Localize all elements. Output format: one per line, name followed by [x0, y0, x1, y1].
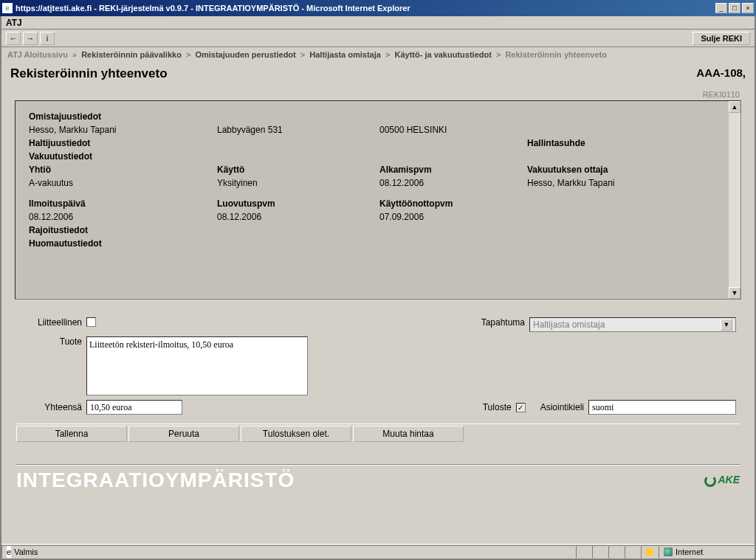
- policyholder-label: Vakuutuksen ottaja: [527, 165, 690, 175]
- handoverdate-value: 08.12.2006: [217, 212, 379, 222]
- usage-value: Yksityinen: [217, 178, 379, 188]
- breadcrumb-item[interactable]: Haltijasta omistaja: [309, 50, 381, 59]
- minimize-button[interactable]: _: [715, 3, 727, 13]
- handoverdate-label: Luovutuspvm: [217, 198, 379, 209]
- window-titlebar: e https://atjtesti.ake.fi - REKI-järjest…: [0, 0, 756, 16]
- environment-watermark: INTEGRAATIOYMPÄRISTÖ: [16, 469, 704, 492]
- page-title: Rekisteröinnin yhteenveto: [10, 66, 696, 81]
- remarks-header: Huomautustiedot: [29, 238, 727, 249]
- company-value: A-vakuutus: [29, 178, 217, 188]
- status-empty: [608, 545, 625, 559]
- scroll-up-button[interactable]: ▲: [729, 101, 740, 113]
- control-relation-header: Hallintasuhde: [527, 138, 690, 148]
- total-label: Yhteensä: [20, 402, 86, 412]
- status-empty: [592, 545, 608, 559]
- summary-panel: ▲ ▼ Omistajuustiedot Hesso, Markku Tapan…: [15, 100, 741, 300]
- breadcrumb-item[interactable]: Omistajuuden perustiedot: [195, 50, 295, 59]
- registration-plate: AAA-108,: [696, 66, 746, 81]
- breadcrumb: ATJ Aloitussivu » Rekisteröinnin päävali…: [1, 47, 755, 62]
- policyholder-value: Hesso, Markku Tapani: [527, 178, 690, 188]
- total-field[interactable]: 10,50 euroa: [86, 400, 182, 415]
- divider: [16, 464, 740, 466]
- printout-checkbox[interactable]: ✓: [516, 403, 526, 412]
- toolbar: ← → i Sulje REKI: [1, 30, 755, 47]
- status-empty: [576, 545, 592, 559]
- event-label: Tapahtuma: [481, 317, 529, 328]
- atj-menu[interactable]: ATJ: [1, 16, 755, 30]
- restrictions-header: Rajoitustiedot: [29, 225, 727, 235]
- breadcrumb-item[interactable]: Käyttö- ja vakuutustiedot: [394, 50, 491, 59]
- window-title: https://atjtesti.ake.fi - REKI-järjestel…: [16, 4, 714, 13]
- event-dropdown[interactable]: Haltijasta omistaja ▼: [529, 317, 736, 332]
- product-textarea[interactable]: Liitteetön rekisteri-ilmoitus, 10,50 eur…: [86, 336, 308, 395]
- company-label: Yhtiö: [29, 165, 217, 175]
- ake-logo-icon: [704, 475, 716, 487]
- ownership-header: Omistajuustiedot: [29, 111, 727, 122]
- usedate-value: 07.09.2006: [379, 212, 527, 222]
- form-area: Liitteellinen Tapahtuma Haltijasta omist…: [20, 317, 736, 415]
- usage-label: Käyttö: [217, 165, 379, 175]
- attachments-checkbox[interactable]: [86, 317, 96, 327]
- close-button[interactable]: ×: [742, 3, 754, 13]
- usedate-label: Käyttöönottopvm: [379, 198, 527, 209]
- status-empty: [625, 545, 641, 559]
- info-button[interactable]: i: [40, 32, 55, 45]
- language-label: Asiointikieli: [540, 402, 588, 412]
- owner-name: Hesso, Markku Tapani: [29, 125, 217, 135]
- notifdate-value: 08.12.2006: [29, 212, 217, 222]
- language-field[interactable]: suomi: [588, 400, 736, 415]
- status-lock: [641, 545, 659, 559]
- ake-logo: AKE: [704, 474, 740, 486]
- scroll-down-button[interactable]: ▼: [729, 287, 740, 299]
- save-button[interactable]: Tallenna: [16, 426, 127, 442]
- lock-icon: [646, 548, 653, 556]
- holdership-header: Haltijuustiedot: [29, 138, 217, 148]
- chevron-down-icon[interactable]: ▼: [721, 319, 732, 331]
- statusbar: e Valmis Internet: [1, 544, 755, 559]
- breadcrumb-item[interactable]: ATJ Aloitussivu: [7, 50, 68, 59]
- status-zone: Internet: [659, 545, 755, 559]
- owner-address: Labbyvägen 531: [217, 125, 379, 135]
- cancel-button[interactable]: Peruuta: [128, 426, 239, 442]
- app-area: ATJ ← → i Sulje REKI ATJ Aloitussivu » R…: [0, 16, 756, 560]
- ie-icon: e: [2, 3, 13, 13]
- maximize-button[interactable]: □: [729, 3, 740, 13]
- breadcrumb-item[interactable]: Rekisteröinnin päävalikko: [81, 50, 182, 59]
- breadcrumb-item: Rekisteröinnin yhteenveto: [505, 50, 607, 59]
- change-price-button[interactable]: Muuta hintaa: [353, 426, 464, 442]
- action-button-row: Tallenna Peruuta Tulostuksen olet. Muuta…: [16, 424, 740, 442]
- product-label: Tuote: [20, 336, 86, 347]
- print-defaults-button[interactable]: Tulostuksen olet.: [241, 426, 351, 442]
- back-button[interactable]: ←: [6, 32, 21, 45]
- printout-label: Tuloste: [483, 402, 516, 412]
- close-reki-button[interactable]: Sulje REKI: [693, 32, 750, 45]
- globe-icon: [664, 547, 673, 556]
- forward-button[interactable]: →: [23, 32, 38, 45]
- attachments-label: Liitteellinen: [20, 317, 86, 328]
- page-icon: e: [7, 546, 11, 558]
- status-ready: e Valmis: [1, 545, 576, 559]
- event-value: Haltijasta omistaja: [533, 319, 605, 330]
- owner-city: 00500 HELSINKI: [379, 125, 527, 135]
- insurance-header: Vakuutustiedot: [29, 151, 727, 162]
- scrollbar-track[interactable]: [729, 113, 740, 287]
- screen-id: REKI0110: [1, 89, 755, 100]
- notifdate-label: Ilmoituspäivä: [29, 198, 217, 209]
- startdate-label: Alkamispvm: [379, 165, 527, 175]
- startdate-value: 08.12.2006: [379, 178, 527, 188]
